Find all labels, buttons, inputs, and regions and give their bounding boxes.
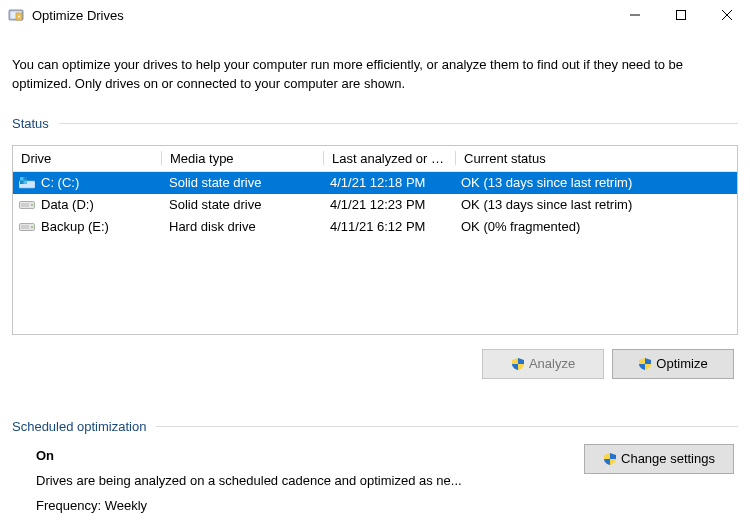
drive-cell: Backup (E:) (13, 219, 161, 234)
drives-list-header: Drive Media type Last analyzed or o... C… (13, 146, 737, 172)
change-settings-button[interactable]: Change settings (584, 444, 734, 474)
optimize-button-label: Optimize (656, 356, 707, 371)
current-status-cell: OK (0% fragmented) (453, 219, 737, 234)
optimize-button[interactable]: Optimize (612, 349, 734, 379)
window-title: Optimize Drives (32, 8, 124, 23)
svg-point-3 (17, 15, 20, 18)
close-button[interactable] (704, 0, 750, 30)
col-header-last[interactable]: Last analyzed or o... (324, 151, 455, 166)
last-analyzed-cell: 4/11/21 6:12 PM (322, 219, 453, 234)
sched-desc: Drives are being analyzed on a scheduled… (36, 473, 556, 488)
current-status-cell: OK (13 days since last retrim) (453, 197, 737, 212)
svg-rect-10 (20, 177, 23, 180)
sched-body: Change settings On Drives are being anal… (12, 448, 738, 513)
drive-row[interactable]: Data (D:)Solid state drive4/1/21 12:23 P… (13, 194, 737, 216)
sched-freq: Frequency: Weekly (36, 498, 738, 513)
drive-icon (19, 221, 35, 233)
svg-point-16 (31, 204, 33, 206)
svg-rect-15 (21, 203, 29, 207)
svg-rect-5 (677, 11, 686, 20)
app-icon (8, 7, 24, 23)
drive-icon (19, 199, 35, 211)
change-settings-label: Change settings (621, 451, 715, 466)
separator-line (59, 123, 738, 124)
drive-name: Data (D:) (41, 197, 94, 212)
col-header-media[interactable]: Media type (162, 151, 323, 166)
sched-section-header: Scheduled optimization (12, 419, 738, 434)
minimize-button[interactable] (612, 0, 658, 30)
svg-rect-11 (24, 177, 27, 180)
sched-label: Scheduled optimization (12, 419, 146, 434)
drive-cell: Data (D:) (13, 197, 161, 212)
uac-shield-icon (603, 452, 617, 466)
last-analyzed-cell: 4/1/21 12:23 PM (322, 197, 453, 212)
optimize-drives-window: Optimize Drives You can optimize your dr… (0, 0, 750, 529)
status-section-header: Status (12, 116, 738, 131)
svg-rect-13 (24, 180, 27, 183)
scheduled-optimization-section: Scheduled optimization Change settings O… (12, 419, 738, 513)
content-area: You can optimize your drives to help you… (0, 30, 750, 529)
svg-rect-12 (20, 180, 23, 183)
drive-name: Backup (E:) (41, 219, 109, 234)
os-drive-icon (19, 177, 35, 189)
col-header-drive[interactable]: Drive (13, 151, 161, 166)
svg-point-19 (31, 226, 33, 228)
drive-name: C: (C:) (41, 175, 79, 190)
svg-rect-18 (21, 225, 29, 229)
uac-shield-icon (511, 357, 525, 371)
last-analyzed-cell: 4/1/21 12:18 PM (322, 175, 453, 190)
analyze-button-label: Analyze (529, 356, 575, 371)
col-header-status[interactable]: Current status (456, 151, 737, 166)
action-buttons-row: Analyze Optimize (12, 349, 738, 379)
maximize-button[interactable] (658, 0, 704, 30)
drives-list[interactable]: Drive Media type Last analyzed or o... C… (12, 145, 738, 335)
drive-row[interactable]: C: (C:)Solid state drive4/1/21 12:18 PMO… (13, 172, 737, 194)
analyze-button: Analyze (482, 349, 604, 379)
drive-cell: C: (C:) (13, 175, 161, 190)
status-label: Status (12, 116, 49, 131)
media-type-cell: Hard disk drive (161, 219, 322, 234)
separator-line (156, 426, 738, 427)
drive-row[interactable]: Backup (E:)Hard disk drive4/11/21 6:12 P… (13, 216, 737, 238)
uac-shield-icon (638, 357, 652, 371)
titlebar: Optimize Drives (0, 0, 750, 30)
current-status-cell: OK (13 days since last retrim) (453, 175, 737, 190)
media-type-cell: Solid state drive (161, 197, 322, 212)
intro-text: You can optimize your drives to help you… (12, 56, 738, 94)
media-type-cell: Solid state drive (161, 175, 322, 190)
drives-list-body: C: (C:)Solid state drive4/1/21 12:18 PMO… (13, 172, 737, 238)
